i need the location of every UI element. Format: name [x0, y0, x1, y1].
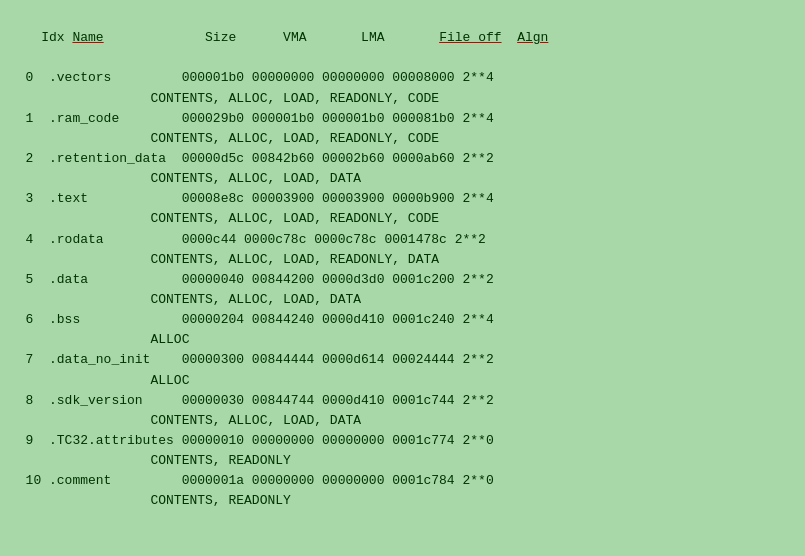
table-row: 0 .vectors 000001b0 00000000 00000000 00…	[10, 68, 795, 88]
section-flags: CONTENTS, ALLOC, LOAD, DATA	[10, 411, 795, 431]
section-flags: CONTENTS, ALLOC, LOAD, READONLY, CODE	[10, 209, 795, 229]
col-algn-label: Algn	[517, 30, 548, 45]
table-row: 8 .sdk_version 00000030 00844744 0000d41…	[10, 391, 795, 411]
section-flags: CONTENTS, ALLOC, LOAD, DATA	[10, 290, 795, 310]
col-fileoff-header: File off	[439, 30, 501, 45]
section-flags: CONTENTS, ALLOC, LOAD, READONLY, CODE	[10, 89, 795, 109]
table-row: 7 .data_no_init 00000300 00844444 0000d6…	[10, 350, 795, 370]
col-algn-header	[502, 30, 518, 45]
table-row: 10 .comment 0000001a 00000000 00000000 0…	[10, 471, 795, 491]
table-row: 3 .text 00008e8c 00003900 00003900 0000b…	[10, 189, 795, 209]
table-row: 9 .TC32.attributes 00000010 00000000 000…	[10, 431, 795, 451]
table-row: 4 .rodata 0000c44 0000c78c 0000c78c 0001…	[10, 230, 795, 250]
col-name-header: Name	[72, 30, 103, 45]
col-idx-header: Idx	[41, 30, 72, 45]
section-flags: ALLOC	[10, 371, 795, 391]
table-row: 5 .data 00000040 00844200 0000d3d0 0001c…	[10, 270, 795, 290]
section-flags: ALLOC	[10, 330, 795, 350]
section-flags: CONTENTS, ALLOC, LOAD, READONLY, CODE	[10, 129, 795, 149]
section-flags: CONTENTS, ALLOC, LOAD, DATA	[10, 169, 795, 189]
column-headers: Idx Name Size VMA LMA File off Algn	[10, 8, 795, 68]
col-rest-header: Size VMA LMA	[104, 30, 439, 45]
sections-list: 0 .vectors 000001b0 00000000 00000000 00…	[10, 68, 795, 511]
table-row: 1 .ram_code 000029b0 000001b0 000001b0 0…	[10, 109, 795, 129]
table-row: 6 .bss 00000204 00844240 0000d410 0001c2…	[10, 310, 795, 330]
section-flags: CONTENTS, READONLY	[10, 491, 795, 511]
table-row: 2 .retention_data 00000d5c 00842b60 0000…	[10, 149, 795, 169]
sections-output: Idx Name Size VMA LMA File off Algn 0 .v…	[10, 8, 795, 512]
section-flags: CONTENTS, READONLY	[10, 451, 795, 471]
section-flags: CONTENTS, ALLOC, LOAD, READONLY, DATA	[10, 250, 795, 270]
